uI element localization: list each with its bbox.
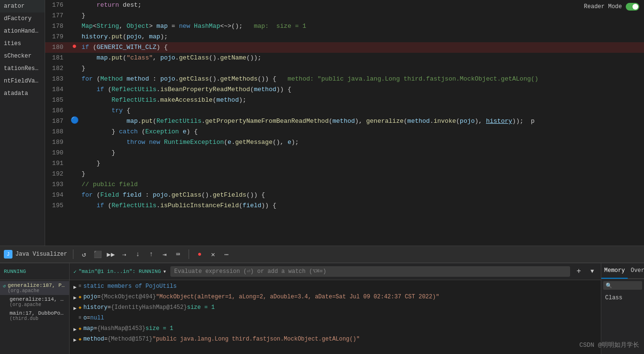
watch-dropdown-button[interactable]: ▼ xyxy=(587,267,597,276)
reader-mode-toggle[interactable] xyxy=(626,3,639,11)
var-history[interactable]: ▶ ◈ history = {IdentityHashMap@1452} siz… xyxy=(70,303,601,314)
sidebar: arator dFactory ationHandler ities sChec… xyxy=(0,0,45,246)
line-content-186: try { xyxy=(80,106,644,116)
step-into-button[interactable]: ↓ xyxy=(133,249,143,259)
code-line-186: 186 try { xyxy=(45,106,644,116)
code-line-192: 192 } xyxy=(45,169,644,179)
var-pojo[interactable]: ▶ ◈ pojo = {MockObject@494} "MockObject(… xyxy=(70,293,601,303)
run-to-cursor-button[interactable]: ⇥ xyxy=(160,249,169,259)
map-label: map xyxy=(83,325,94,332)
thread-header: RUNNING xyxy=(0,263,69,280)
code-line-185: 185 ReflectUtils.makeAccessible(method); xyxy=(45,95,644,106)
debug-middle-panel: ✓ "main"@1 in...in": RUNNING ▾ + ▼ ▶ ≡ s… xyxy=(70,263,601,354)
line-content-179: history.put(pojo, map); xyxy=(80,32,644,42)
line-number-191: 191 xyxy=(45,158,69,169)
line-content-191: } xyxy=(80,158,644,169)
code-line-182: 182 } xyxy=(45,63,644,74)
line-number-195: 195 xyxy=(45,201,69,211)
tab-over[interactable]: Over xyxy=(628,263,644,279)
line-number-188: 188 xyxy=(45,127,69,137)
debug-toolbar: J Java Visualizer ↺ ⬛ ▶▶ ⇢ ↓ ↑ ⇥ ⌨ ● ✕ ⋯ xyxy=(0,246,644,263)
record-button[interactable]: ● xyxy=(195,249,204,259)
static-icon: ≡ xyxy=(79,283,82,289)
watch-expression-input[interactable] xyxy=(170,266,570,277)
tree-arrow-history: ▶ xyxy=(73,304,77,311)
toolbar-separator-1 xyxy=(73,249,73,259)
java-visualizer-icon: J xyxy=(4,250,12,259)
sidebar-item-5[interactable]: tationResolver xyxy=(0,62,45,75)
var-static[interactable]: ▶ ≡ static members of PojoUtils xyxy=(70,282,601,293)
stack-frame-1[interactable]: generalize:114, PojoUtils (org.apache xyxy=(0,295,69,309)
restart-button[interactable]: ↺ xyxy=(79,249,89,259)
pojo-icon: ◈ xyxy=(79,294,82,300)
map-ref: {HashMap@1453} xyxy=(97,325,145,332)
more-button[interactable]: ⋯ xyxy=(222,249,231,259)
line-content-189: throw new RuntimeException(e.getMessage(… xyxy=(80,137,644,148)
pojo-ref: {MockObject@494} xyxy=(101,294,156,300)
line-content-187: map.put(ReflectUtils.getPropertyNameFrom… xyxy=(80,116,644,127)
line-content-178: Map<String, Object> map = new HashMap<~>… xyxy=(80,21,644,32)
debug-right-search xyxy=(601,279,644,292)
filter-icon[interactable]: ▾ xyxy=(163,268,167,275)
var-method[interactable]: ▶ ◈ method = {Method@1571} "public java.… xyxy=(70,335,601,345)
line-number-189: 189 xyxy=(45,137,69,148)
line-gutter-180: ● xyxy=(69,42,80,51)
code-line-193: 193 // public field xyxy=(45,179,644,190)
history-eq: = xyxy=(107,304,111,311)
o-icon: ≡ xyxy=(79,315,82,320)
sidebar-item-0[interactable]: arator xyxy=(0,0,45,12)
pojo-eq: = xyxy=(97,294,100,300)
history-ref: {IdentityHashMap@1452} xyxy=(111,304,187,311)
line-content-188: } catch (Exception e) { xyxy=(80,127,644,137)
stack-frames-list: ↺ generalize:187, PojoUtils (org.apache … xyxy=(0,280,69,354)
code-line-178: 178 Map<String, Object> map = new HashMa… xyxy=(45,21,644,32)
reader-mode-area: Reader Mode xyxy=(584,3,639,11)
line-content-193: // public field xyxy=(80,179,644,190)
line-number-176: 176 xyxy=(45,0,69,11)
line-number-180: 180 xyxy=(45,42,69,53)
clear-button[interactable]: ✕ xyxy=(208,249,218,259)
var-o[interactable]: ▶ ≡ o = null xyxy=(70,314,601,324)
tree-arrow-method: ▶ xyxy=(73,336,77,343)
line-content-181: map.put("class", pojo.getClass().getName… xyxy=(80,53,644,63)
code-line-183: 183 for (Method method : pojo.getClass()… xyxy=(45,74,644,84)
stack-frame-0[interactable]: ↺ generalize:187, PojoUtils (org.apache xyxy=(0,281,69,295)
reader-mode-label: Reader Mode xyxy=(584,3,622,10)
code-line-189: 189 throw new RuntimeException(e.getMess… xyxy=(45,137,644,148)
step-over-button[interactable]: ⇢ xyxy=(119,249,129,259)
map-eq: = xyxy=(94,325,97,332)
code-line-187: 187 🔵 map.put(ReflectUtils.getPropertyNa… xyxy=(45,116,644,127)
line-content-185: ReflectUtils.makeAccessible(method); xyxy=(80,95,644,106)
class-label: Class xyxy=(601,292,644,304)
code-line-191: 191 } xyxy=(45,158,644,169)
thread-selector[interactable]: ✓ "main"@1 in...in": RUNNING ▾ xyxy=(73,268,167,275)
o-value: null xyxy=(90,315,104,321)
step-out-button[interactable]: ↑ xyxy=(146,249,156,259)
line-content-180: if (GENERIC_WITH_CLZ) { xyxy=(80,42,644,53)
sidebar-item-6[interactable]: ntFieldValuePr xyxy=(0,75,45,87)
tab-memory[interactable]: Memory xyxy=(601,263,628,279)
sidebar-item-2[interactable]: ationHandler xyxy=(0,25,45,37)
var-map[interactable]: ▶ ◈ map = {HashMap@1453} size = 1 xyxy=(70,324,601,335)
sidebar-item-1[interactable]: dFactory xyxy=(0,12,45,25)
line-number-194: 194 xyxy=(45,190,69,201)
line-content-176: return dest; xyxy=(80,0,644,11)
code-line-184: 184 if (ReflectUtils.isBeanPropertyReadM… xyxy=(45,84,644,95)
sidebar-item-4[interactable]: sChecker xyxy=(0,50,45,62)
debug-right-panel: Memory Over Class xyxy=(601,263,644,354)
watch-add-button[interactable]: + xyxy=(574,267,584,276)
stack-frame-2[interactable]: main:17, DubboPojoDemo (third.dub xyxy=(0,309,69,323)
java-visualizer-label: Java Visualizer xyxy=(15,251,67,258)
evaluate-button[interactable]: ⌨ xyxy=(173,249,183,259)
code-editor[interactable]: 176 return dest; 177 } 178 Map<String, O… xyxy=(45,0,644,246)
sidebar-item-3[interactable]: ities xyxy=(0,37,45,50)
code-line-188: 188 } catch (Exception e) { xyxy=(45,127,644,137)
resume-button[interactable]: ▶▶ xyxy=(106,249,116,259)
stop-button[interactable]: ⬛ xyxy=(93,249,102,259)
line-content-195: if (ReflectUtils.isPublicInstanceField(f… xyxy=(80,201,644,211)
memory-search-input[interactable] xyxy=(603,281,642,290)
line-number-183: 183 xyxy=(45,74,69,84)
pojo-value: "MockObject(alnteger=1, aLong=2, aDouble… xyxy=(156,294,440,300)
sidebar-item-7[interactable]: atadata xyxy=(0,87,45,100)
line-number-181: 181 xyxy=(45,53,69,63)
